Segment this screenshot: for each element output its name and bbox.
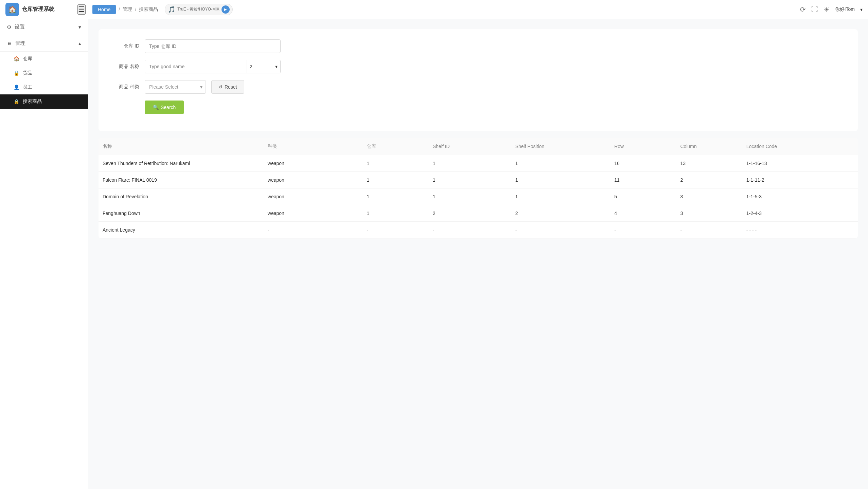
search-form: 仓库 ID 商品 名称 2 ▾ 商品 种类 Please Select weap…: [99, 29, 858, 131]
music-play-button[interactable]: ▶: [222, 5, 230, 14]
cell-name-0: Seven Thunders of Retribution: Narukami: [99, 155, 264, 172]
sidebar-manage-group[interactable]: 🖥 管理 ▴: [0, 35, 88, 52]
cell-type-3: weapon: [264, 205, 363, 222]
cell-column-3: 3: [676, 205, 742, 222]
cell-warehouse-0: 1: [362, 155, 428, 172]
breadcrumb-manage[interactable]: 管理: [123, 6, 132, 13]
employee-icon: 👤: [14, 85, 19, 90]
cell-row-2: 5: [610, 188, 676, 205]
cell-row-4: -: [610, 222, 676, 238]
table-row: Domain of Revelation weapon 1 1 1 5 3 1-…: [99, 188, 858, 205]
sidebar-goods-label: 货品: [23, 70, 32, 76]
search-button[interactable]: 🔍 Search: [145, 101, 184, 114]
fullscreen-icon: ⛶: [811, 5, 818, 13]
goods-name-input[interactable]: [145, 60, 247, 73]
table-header: 名称 种类 仓库 Shelf ID Shelf Position Row Col…: [99, 138, 858, 155]
cell-warehouse-1: 1: [362, 172, 428, 188]
music-icon: 🎵: [168, 6, 175, 13]
cell-shelf-id-3: 2: [429, 205, 511, 222]
cell-name-4: Ancient Legacy: [99, 222, 264, 238]
goods-name-input-group: 2 ▾: [145, 60, 281, 73]
cell-column-1: 2: [676, 172, 742, 188]
goods-type-row: 商品 种类 Please Select weapon armor ↺ Reset: [112, 80, 844, 94]
user-menu[interactable]: 你好!Tom: [835, 6, 855, 13]
cell-shelf-position-1: 1: [511, 172, 610, 188]
goods-icon: 🔒: [14, 70, 19, 76]
col-header-row: Row: [610, 138, 676, 155]
col-header-type: 种类: [264, 138, 363, 155]
logo-area: 🏠 仓库管理系统: [5, 3, 73, 16]
search-goods-icon: 🔒: [14, 99, 19, 104]
col-header-warehouse: 仓库: [362, 138, 428, 155]
user-dropdown-icon[interactable]: ▾: [860, 7, 863, 12]
goods-type-select[interactable]: Please Select weapon armor: [145, 80, 206, 94]
breadcrumb-sep-2: /: [135, 7, 136, 12]
cell-row-0: 16: [610, 155, 676, 172]
sidebar-search-goods-label: 搜索商品: [23, 98, 42, 105]
warehouse-id-row: 仓库 ID: [112, 39, 844, 53]
cell-shelf-id-0: 1: [429, 155, 511, 172]
sidebar-employee-label: 员工: [23, 84, 32, 90]
goods-type-select-wrapper: Please Select weapon armor: [145, 80, 206, 94]
search-label: Search: [161, 105, 176, 110]
cell-shelf-id-1: 1: [429, 172, 511, 188]
reset-icon: ↺: [218, 84, 223, 90]
col-header-shelf-position: Shelf Position: [511, 138, 610, 155]
breadcrumb-search[interactable]: 搜索商品: [139, 6, 158, 13]
search-button-row: 🔍 Search: [112, 101, 844, 114]
manage-collapse-icon: ▴: [78, 40, 81, 47]
cell-location-code-4: - - - -: [742, 222, 858, 238]
cell-location-code-1: 1-1-11-2: [742, 172, 858, 188]
goods-type-label: 商品 种类: [112, 84, 139, 90]
warehouse-id-label: 仓库 ID: [112, 43, 139, 49]
sidebar-settings-label: 设置: [15, 24, 25, 30]
col-header-shelf-id: Shelf ID: [429, 138, 511, 155]
cell-location-code-2: 1-1-5-3: [742, 188, 858, 205]
goods-name-select-arrow: ▾: [275, 64, 278, 69]
refresh-button[interactable]: ⟳: [800, 5, 806, 14]
cell-name-3: Fenghuang Down: [99, 205, 264, 222]
sidebar-settings-group[interactable]: ⚙ 设置 ▾: [0, 19, 88, 35]
sidebar-item-search-goods[interactable]: 🔒 搜索商品: [0, 94, 88, 109]
cell-row-1: 11: [610, 172, 676, 188]
goods-name-label: 商品 名称: [112, 64, 139, 70]
sidebar-item-warehouse[interactable]: 🏠 仓库: [0, 52, 88, 66]
data-table: 名称 种类 仓库 Shelf ID Shelf Position Row Col…: [99, 138, 858, 238]
goods-name-select[interactable]: 2 ▾: [247, 60, 281, 73]
goods-name-select-value: 2: [250, 64, 252, 69]
app-title: 仓库管理系统: [22, 6, 54, 13]
music-track: TruE - 黄龄/HOYO-MiX: [177, 6, 219, 12]
music-player: 🎵 TruE - 黄龄/HOYO-MiX ▶: [165, 4, 233, 15]
cell-column-0: 13: [676, 155, 742, 172]
theme-button[interactable]: ☀: [823, 5, 830, 14]
sidebar-warehouse-label: 仓库: [23, 56, 32, 62]
main-content: 仓库 ID 商品 名称 2 ▾ 商品 种类 Please Select weap…: [88, 19, 868, 489]
cell-location-code-0: 1-1-16-13: [742, 155, 858, 172]
menu-toggle-button[interactable]: ☰: [77, 4, 86, 15]
cell-column-2: 3: [676, 188, 742, 205]
cell-shelf-position-0: 1: [511, 155, 610, 172]
fullscreen-button[interactable]: ⛶: [811, 5, 818, 13]
nav-right-actions: ⟳ ⛶ ☀ 你好!Tom ▾: [800, 5, 863, 14]
sidebar-manage-label: 管理: [15, 40, 25, 47]
manage-icon: 🖥: [7, 40, 12, 46]
table-row: Falcon Flare: FINAL 0019 weapon 1 1 1 11…: [99, 172, 858, 188]
cell-column-4: -: [676, 222, 742, 238]
breadcrumb-sep-1: /: [119, 7, 120, 12]
settings-icon: ⚙: [7, 24, 11, 30]
sidebar-item-employee[interactable]: 👤 员工: [0, 80, 88, 94]
warehouse-id-input[interactable]: [145, 39, 281, 53]
table-row: Fenghuang Down weapon 1 2 2 4 3 1-2-4-3: [99, 205, 858, 222]
col-header-name: 名称: [99, 138, 264, 155]
cell-type-1: weapon: [264, 172, 363, 188]
cell-type-0: weapon: [264, 155, 363, 172]
cell-shelf-id-2: 1: [429, 188, 511, 205]
warehouse-icon: 🏠: [14, 56, 19, 61]
cell-type-4: -: [264, 222, 363, 238]
theme-icon: ☀: [823, 6, 830, 13]
home-button[interactable]: Home: [92, 5, 116, 14]
reset-button[interactable]: ↺ Reset: [211, 80, 244, 94]
top-navigation: 🏠 仓库管理系统 ☰ Home / 管理 / 搜索商品 🎵 TruE - 黄龄/…: [0, 0, 868, 19]
settings-expand-icon: ▾: [78, 24, 81, 30]
sidebar-item-goods[interactable]: 🔒 货品: [0, 66, 88, 80]
